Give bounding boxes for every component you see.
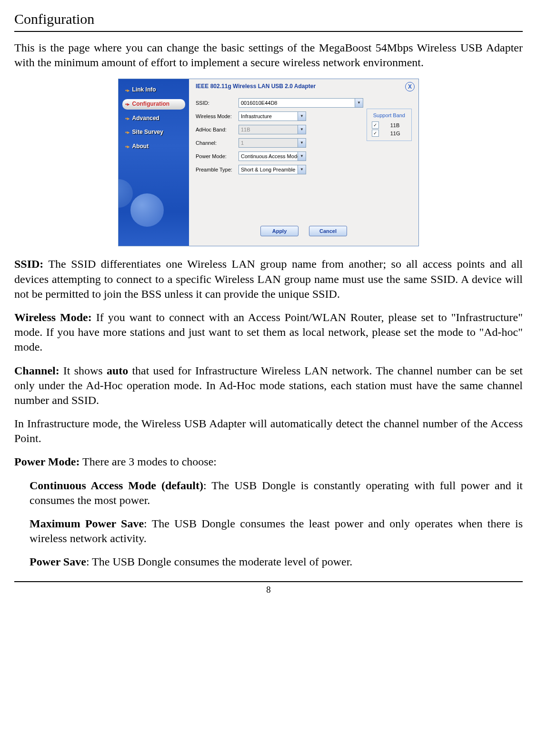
label-ch-text: Channel: <box>14 364 60 377</box>
screenshot-container: ▪▸ Link Info ▪▸ Configuration ▪▸ Advance… <box>14 79 523 246</box>
dropdown-icon[interactable]: ▼ <box>298 112 306 121</box>
body-ssid-text: The SSID differentiates one Wireless LAN… <box>14 258 523 300</box>
bold-auto: auto <box>107 364 128 377</box>
sidebar: ▪▸ Link Info ▪▸ Configuration ▪▸ Advance… <box>119 79 189 246</box>
label-adhoc-band: AdHoc Band: <box>196 126 239 133</box>
row-wireless-mode: Wireless Mode: Infrastructure ▼ <box>196 111 364 121</box>
ssid-combo[interactable]: 0016010E44D8 ▼ <box>239 98 363 108</box>
section-mps: Maximum Power Save: The USB Dongle consu… <box>30 516 523 546</box>
body-ch-a: It shows <box>60 364 107 377</box>
decorative-circle <box>130 193 164 227</box>
page-title: Configuration <box>14 10 523 32</box>
row-power-mode: Power Mode: Continuous Access Mode ▼ <box>196 151 364 161</box>
close-button[interactable]: X <box>405 82 415 91</box>
channel-combo: 1 ▼ <box>239 138 306 148</box>
checkbox-label-11g: 11G <box>390 130 400 137</box>
nav-link-info[interactable]: ▪▸ Link Info <box>122 85 185 95</box>
nav-label: Configuration <box>132 101 170 108</box>
apply-button[interactable]: Apply <box>260 226 298 236</box>
label-channel: Channel: <box>196 140 239 146</box>
row-channel: Channel: 1 ▼ <box>196 138 364 148</box>
nav-label: Site Survey <box>132 129 163 136</box>
section-channel-2: In Infrastructure mode, the Wireless USB… <box>14 416 523 446</box>
power-mode-combo[interactable]: Continuous Access Mode ▼ <box>239 151 306 161</box>
label-wireless-mode: Wireless Mode: <box>196 113 239 120</box>
support-band-fieldset: Support Band ✓ 11B ✓ 11G <box>367 109 412 141</box>
section-ssid: SSID: The SSID differentiates one Wirele… <box>14 257 523 302</box>
wireless-mode-combo[interactable]: Infrastructure ▼ <box>239 111 306 121</box>
decorative-circle <box>119 179 133 208</box>
dropdown-icon[interactable]: ▼ <box>355 99 363 107</box>
row-ssid: SSID: 0016010E44D8 ▼ <box>196 98 364 108</box>
section-power-mode: Power Mode: There are 3 modes to choose: <box>14 454 523 469</box>
bullet-icon: ▪▸ <box>125 87 129 93</box>
adapter-title: IEEE 802.11g Wireless LAN USB 2.0 Adapte… <box>196 83 412 91</box>
checkbox-11g[interactable]: ✓ <box>372 130 379 137</box>
section-ps: Power Save: The USB Dongle consumes the … <box>30 554 523 569</box>
body-pm-text: There are 3 modes to choose: <box>80 455 217 468</box>
dropdown-icon[interactable]: ▼ <box>298 165 306 174</box>
section-channel: Channel: It shows auto that used for Inf… <box>14 363 523 408</box>
form-area: SSID: 0016010E44D8 ▼ Wireless Mode: Infr… <box>196 98 412 178</box>
page-number: 8 <box>266 585 271 595</box>
label-wm-text: Wireless Mode: <box>14 311 92 323</box>
nav-configuration[interactable]: ▪▸ Configuration <box>122 99 185 110</box>
checkbox-label-11b: 11B <box>390 122 400 129</box>
label-ssid-text: SSID: <box>14 258 43 270</box>
nav-label: Advanced <box>132 115 159 122</box>
row-preamble-type: Preamble Type: Short & Long Preamble ▼ <box>196 165 364 174</box>
row-adhoc-band: AdHoc Band: 11B ▼ <box>196 125 364 134</box>
button-row: Apply Cancel <box>189 226 418 236</box>
adhoc-band-combo: 11B ▼ <box>239 125 306 134</box>
preamble-type-value: Short & Long Preamble <box>239 166 298 173</box>
label-ssid: SSID: <box>196 100 239 106</box>
dropdown-icon[interactable]: ▼ <box>298 152 306 161</box>
bullet-icon: ▪▸ <box>125 143 129 150</box>
channel-value: 1 <box>239 140 298 146</box>
footer: 8 <box>14 581 523 596</box>
label-power-mode: Power Mode: <box>196 153 239 160</box>
cancel-button[interactable]: Cancel <box>309 226 347 236</box>
dropdown-icon: ▼ <box>298 125 306 134</box>
nav-label: Link Info <box>132 86 156 94</box>
nav-site-survey[interactable]: ▪▸ Site Survey <box>122 127 185 138</box>
wireless-mode-value: Infrastructure <box>239 113 298 120</box>
label-cam-text: Continuous Access Mode (default) <box>30 479 203 492</box>
power-mode-value: Continuous Access Mode <box>239 153 298 160</box>
app-window: ▪▸ Link Info ▪▸ Configuration ▪▸ Advance… <box>118 79 419 246</box>
intro-paragraph: This is the page where you can change th… <box>14 40 523 70</box>
form-left-column: SSID: 0016010E44D8 ▼ Wireless Mode: Infr… <box>196 98 364 178</box>
support-band-legend: Support Band <box>372 112 407 119</box>
ssid-value: 0016010E44D8 <box>239 100 355 106</box>
bullet-icon: ▪▸ <box>125 115 129 121</box>
adhoc-band-value: 11B <box>239 126 298 133</box>
section-wireless-mode: Wireless Mode: If you want to connect wi… <box>14 310 523 355</box>
checkbox-row-11g: ✓ 11G <box>372 130 407 137</box>
nav-about[interactable]: ▪▸ About <box>122 141 185 152</box>
checkbox-row-11b: ✓ 11B <box>372 121 407 129</box>
checkbox-11b[interactable]: ✓ <box>372 121 379 129</box>
body-ps-text: : The USB Dongle consumes the moderate l… <box>86 555 352 568</box>
section-cam: Continuous Access Mode (default): The US… <box>30 478 523 508</box>
label-ps-text: Power Save <box>30 555 86 568</box>
bullet-icon: ▪▸ <box>125 129 129 135</box>
label-mps-text: Maximum Power Save <box>30 517 144 530</box>
label-pm-text: Power Mode: <box>14 455 80 468</box>
nav-label: About <box>132 143 149 151</box>
label-preamble-type: Preamble Type: <box>196 166 239 173</box>
preamble-type-combo[interactable]: Short & Long Preamble ▼ <box>239 165 306 174</box>
nav-advanced[interactable]: ▪▸ Advanced <box>122 113 185 124</box>
content-panel: X IEEE 802.11g Wireless LAN USB 2.0 Adap… <box>189 79 418 246</box>
bullet-icon: ▪▸ <box>125 101 129 107</box>
dropdown-icon: ▼ <box>298 139 306 147</box>
